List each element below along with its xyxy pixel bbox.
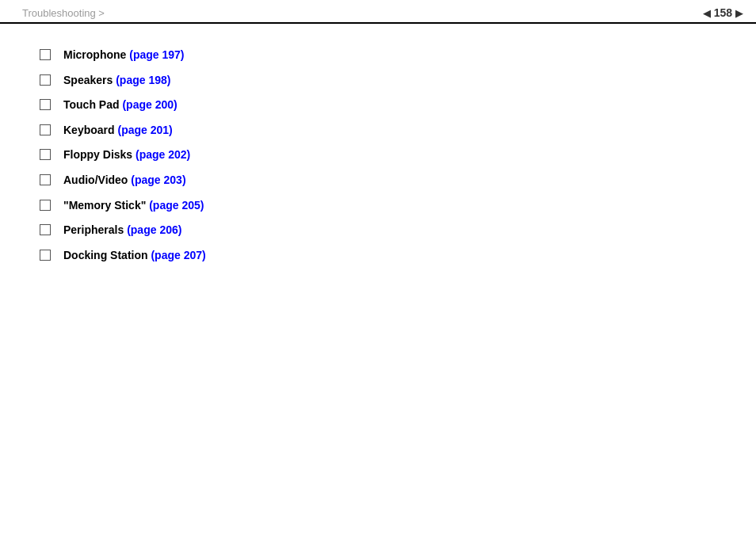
item-page-link[interactable]: (page 203) <box>131 174 185 186</box>
list-item: Speakers (page 198) <box>40 73 724 89</box>
page-arrow-icon: ◀ <box>703 7 711 19</box>
checkbox-icon <box>40 74 51 86</box>
item-label: Speakers (page 198) <box>63 73 170 89</box>
list-item: "Memory Stick" (page 205) <box>40 198 724 214</box>
list-item: Floppy Disks (page 202) <box>40 147 724 163</box>
checkbox-icon <box>40 174 51 185</box>
page-number-container: ◀ 158 ▶ <box>703 6 743 19</box>
item-label: Microphone (page 197) <box>63 48 184 63</box>
page-header: Troubleshooting > ◀ 158 ▶ <box>0 0 756 24</box>
checkbox-icon <box>40 250 51 261</box>
item-label: Peripherals (page 206) <box>63 223 181 238</box>
list-item: Docking Station (page 207) <box>40 248 724 264</box>
main-content: Microphone (page 197)Speakers (page 198)… <box>0 24 756 296</box>
list-item: Peripherals (page 206) <box>40 223 724 238</box>
item-label: Touch Pad (page 200) <box>63 97 178 113</box>
item-page-link[interactable]: (page 197) <box>129 48 184 61</box>
item-label: Audio/Video (page 203) <box>63 173 186 189</box>
item-page-link[interactable]: (page 198) <box>116 74 170 86</box>
checkbox-icon <box>40 224 51 235</box>
checkbox-icon <box>40 200 51 211</box>
checkbox-icon <box>40 49 51 60</box>
list-item: Touch Pad (page 200) <box>40 97 724 113</box>
list-item: Audio/Video (page 203) <box>40 173 724 189</box>
list-item: Microphone (page 197) <box>40 48 724 63</box>
item-label: "Memory Stick" (page 205) <box>63 198 204 214</box>
item-label: Floppy Disks (page 202) <box>63 147 190 163</box>
item-page-link[interactable]: (page 205) <box>149 199 204 212</box>
list-item: Keyboard (page 201) <box>40 123 724 139</box>
item-page-link[interactable]: (page 207) <box>151 249 205 261</box>
item-label: Docking Station (page 207) <box>63 248 206 264</box>
item-label: Keyboard (page 201) <box>63 123 173 139</box>
item-page-link[interactable]: (page 201) <box>117 124 172 136</box>
checkbox-icon <box>40 99 51 110</box>
item-page-link[interactable]: (page 200) <box>122 98 177 111</box>
item-page-link[interactable]: (page 202) <box>136 148 190 161</box>
page-arrow-right-icon: ▶ <box>735 7 743 19</box>
item-page-link[interactable]: (page 206) <box>127 223 181 236</box>
checkbox-icon <box>40 149 51 160</box>
breadcrumb: Troubleshooting > <box>22 7 105 19</box>
checkbox-icon <box>40 124 51 135</box>
page-number: 158 <box>714 6 732 19</box>
